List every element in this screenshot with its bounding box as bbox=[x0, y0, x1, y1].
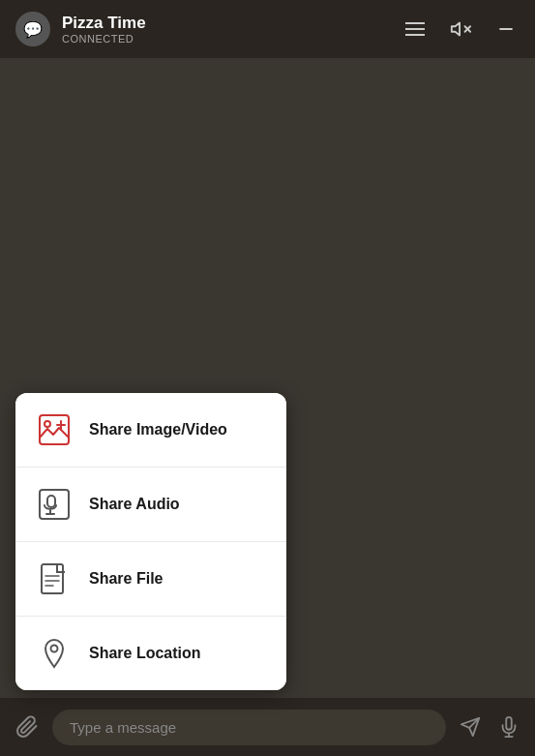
svg-marker-0 bbox=[452, 23, 460, 36]
mute-button[interactable] bbox=[446, 15, 475, 44]
attach-button[interactable] bbox=[12, 711, 43, 742]
chat-icon: 💬 bbox=[23, 20, 43, 39]
share-file-item[interactable]: Share File bbox=[15, 542, 286, 617]
message-input[interactable] bbox=[52, 710, 446, 745]
mute-icon bbox=[450, 18, 471, 40]
svg-rect-9 bbox=[47, 496, 55, 507]
svg-rect-12 bbox=[42, 564, 63, 593]
paperclip-icon bbox=[15, 715, 39, 739]
chat-avatar: 💬 bbox=[15, 12, 50, 46]
share-image-video-label: Share Image/Video bbox=[89, 421, 227, 438]
share-audio-item[interactable]: Share Audio bbox=[15, 468, 286, 542]
minimize-icon bbox=[496, 19, 516, 39]
share-file-label: Share File bbox=[89, 570, 163, 588]
menu-button[interactable] bbox=[401, 18, 429, 40]
svg-point-16 bbox=[51, 646, 58, 652]
svg-rect-4 bbox=[40, 415, 69, 444]
share-file-icon bbox=[35, 559, 74, 598]
connection-status: CONNECTED bbox=[62, 33, 401, 45]
share-image-video-item[interactable]: Share Image/Video bbox=[15, 393, 286, 468]
hamburger-icon bbox=[405, 22, 425, 36]
header: 💬 Pizza Time CONNECTED bbox=[0, 0, 535, 58]
share-location-icon bbox=[35, 634, 74, 673]
svg-point-5 bbox=[45, 421, 50, 427]
share-audio-label: Share Audio bbox=[89, 496, 180, 513]
mic-icon bbox=[498, 716, 520, 738]
chat-title: Pizza Time bbox=[62, 14, 401, 33]
send-icon bbox=[460, 716, 481, 738]
header-info: Pizza Time CONNECTED bbox=[62, 14, 401, 45]
share-popup-menu: Share Image/Video Share Audio bbox=[15, 393, 286, 690]
header-actions bbox=[401, 15, 520, 44]
minimize-button[interactable] bbox=[492, 15, 520, 43]
share-location-label: Share Location bbox=[89, 645, 201, 662]
share-audio-icon bbox=[35, 485, 74, 524]
bottom-bar bbox=[0, 698, 535, 756]
share-location-item[interactable]: Share Location bbox=[15, 617, 286, 690]
send-button[interactable] bbox=[456, 712, 485, 741]
share-image-video-icon bbox=[35, 410, 74, 449]
mic-button[interactable] bbox=[494, 712, 523, 741]
